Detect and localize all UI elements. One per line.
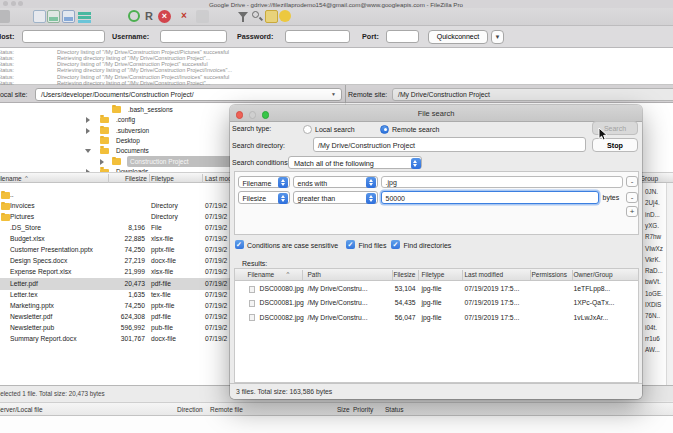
result-row[interactable]: DSC00080.jpg /My Drive/Constru... 53,104… bbox=[235, 282, 638, 296]
queue-col-server-local[interactable]: Server/Local file bbox=[0, 407, 43, 414]
username-input[interactable] bbox=[160, 30, 227, 43]
queue-col-status[interactable]: Status bbox=[385, 407, 403, 414]
dialog-status-bar: 3 files. Total size: 163,586 bytes bbox=[230, 383, 642, 399]
toggle-remote-tree-icon[interactable] bbox=[62, 10, 75, 23]
toolbar: R × × bbox=[0, 8, 673, 26]
minimize-traffic-light[interactable] bbox=[11, 1, 16, 6]
results-col-path[interactable]: Path bbox=[308, 272, 321, 279]
queue-list bbox=[0, 416, 673, 433]
condition-operator-combo[interactable]: ends with bbox=[293, 176, 378, 189]
remove-condition-button[interactable]: - bbox=[626, 176, 638, 187]
password-input[interactable] bbox=[285, 30, 350, 43]
search-conditions-label: Search conditions: bbox=[232, 159, 290, 166]
remote-site-label: Remote site: bbox=[348, 91, 387, 98]
refresh-icon[interactable] bbox=[128, 10, 140, 22]
result-row[interactable]: DSC00081.jpg /My Drive/Constru... 54,435… bbox=[235, 296, 638, 310]
results-col-filesize[interactable]: Filesize bbox=[376, 272, 416, 279]
results-col-filetype[interactable]: Filetype bbox=[422, 272, 445, 279]
filetype-column-header[interactable]: Filetype bbox=[151, 176, 174, 183]
message-log: Status: Directory listing of "/My Drive/… bbox=[0, 48, 673, 85]
remote-site-field[interactable]: /My Drive/Construction Project bbox=[392, 88, 673, 101]
remote-list-scrollbar[interactable] bbox=[666, 183, 673, 385]
match-mode-combo[interactable]: Match all of the following bbox=[288, 156, 422, 169]
results-sort-asc-icon: ^ bbox=[287, 271, 290, 277]
results-col-permissions[interactable]: Permissions bbox=[532, 272, 567, 279]
case-sensitive-checkbox[interactable]: ✓ bbox=[235, 240, 244, 249]
window-title: Google Drive - gdrive://filezillaprodemo… bbox=[209, 2, 463, 8]
site-manager-icon[interactable] bbox=[0, 10, 10, 23]
local-search-label[interactable]: Local search bbox=[315, 126, 355, 133]
condition-value-input[interactable]: .jpg bbox=[381, 176, 623, 189]
zoom-traffic-light[interactable] bbox=[18, 1, 23, 6]
file-icon bbox=[249, 314, 255, 321]
site-bars: Local site: /Users/developer/Documents/C… bbox=[0, 85, 673, 103]
local-search-radio[interactable] bbox=[303, 125, 312, 134]
quickconnect-bar: Host: Username: Password: Port: Quickcon… bbox=[0, 26, 673, 48]
remote-owner-cell: VkrK. bbox=[645, 257, 660, 263]
filter-icon[interactable] bbox=[237, 10, 250, 23]
port-input[interactable] bbox=[386, 30, 419, 43]
find-directories-checkbox[interactable]: ✓ bbox=[391, 240, 400, 249]
remote-owner-cell: i04t. bbox=[645, 325, 657, 331]
search-directory-value: /My Drive/Construction Project bbox=[318, 142, 415, 149]
process-queue-icon[interactable]: R bbox=[145, 11, 153, 22]
condition-field-combo[interactable]: Filesize bbox=[238, 191, 290, 204]
remote-site-path: /My Drive/Construction Project bbox=[398, 92, 490, 99]
local-site-combo[interactable]: /Users/developer/Documents/Construction … bbox=[35, 88, 342, 101]
toggle-queue-icon[interactable] bbox=[78, 10, 91, 23]
queue-col-priority[interactable]: Priority bbox=[353, 407, 373, 414]
results-col-filename[interactable]: Filename bbox=[248, 272, 275, 279]
remote-search-label[interactable]: Remote search bbox=[392, 126, 439, 133]
condition-field-combo[interactable]: Filename bbox=[238, 176, 290, 189]
local-site-dropdown-arrow[interactable]: ▼ bbox=[331, 92, 336, 97]
match-mode-value: Match all of the following bbox=[294, 160, 374, 167]
host-input[interactable] bbox=[22, 30, 105, 43]
dialog-zoom-button[interactable] bbox=[262, 111, 270, 119]
filezilla-window: Google Drive - gdrive://filezillaprodemo… bbox=[0, 0, 673, 433]
filename-column-header[interactable]: Filename bbox=[0, 176, 22, 183]
filesize-column-header[interactable]: Filesize bbox=[110, 176, 147, 183]
dialog-title: File search bbox=[418, 110, 455, 118]
compare-icon[interactable] bbox=[265, 10, 278, 23]
sort-asc-icon: ^ bbox=[25, 175, 28, 181]
sync-browsing-icon[interactable] bbox=[279, 10, 291, 22]
find-files-checkbox[interactable]: ✓ bbox=[346, 240, 355, 249]
dialog-titlebar: File search bbox=[230, 105, 642, 122]
queue-col-direction[interactable]: Direction bbox=[177, 407, 203, 414]
quickconnect-dropdown-button[interactable]: ▼ bbox=[491, 30, 504, 44]
dialog-minimize-button[interactable] bbox=[249, 111, 257, 119]
search-icon[interactable] bbox=[251, 10, 264, 23]
queue-col-size[interactable]: Size bbox=[337, 407, 350, 414]
add-condition-button[interactable]: + bbox=[626, 206, 638, 217]
pane-splitter[interactable] bbox=[345, 85, 346, 103]
close-traffic-light[interactable] bbox=[3, 1, 8, 6]
search-directory-input[interactable]: /My Drive/Construction Project bbox=[313, 137, 586, 152]
remote-search-radio[interactable] bbox=[380, 125, 389, 134]
remote-owner-cell: VIwXz bbox=[645, 246, 663, 252]
host-label: Host: bbox=[0, 33, 14, 40]
results-col-last-modified[interactable]: Last modified bbox=[465, 272, 504, 279]
cancel-icon[interactable]: × bbox=[158, 10, 171, 23]
toggle-local-tree-icon[interactable] bbox=[47, 10, 60, 23]
reconnect-icon[interactable] bbox=[196, 10, 209, 23]
quickconnect-button[interactable]: Quickconnect bbox=[428, 30, 488, 44]
remote-owner-cell: IXDiS bbox=[645, 302, 661, 308]
search-directory-label: Search directory: bbox=[232, 142, 285, 149]
toggle-log-icon[interactable] bbox=[33, 10, 46, 23]
dialog-close-button[interactable] bbox=[236, 111, 244, 119]
find-directories-label[interactable]: Find directories bbox=[404, 242, 452, 249]
condition-operator-combo[interactable]: greater than bbox=[293, 191, 378, 204]
remove-condition-button[interactable]: - bbox=[626, 192, 638, 203]
disconnect-icon[interactable]: × bbox=[181, 11, 187, 21]
remote-owner-cell: AW... bbox=[645, 347, 660, 353]
port-label: Port: bbox=[362, 33, 379, 40]
find-files-label[interactable]: Find files bbox=[359, 242, 387, 249]
remote-owner-cell: 2Uj4. bbox=[645, 200, 660, 206]
queue-col-remote-file[interactable]: Remote file bbox=[210, 407, 243, 414]
results-col-owner-group[interactable]: Owner/Group bbox=[574, 272, 613, 279]
results-header: Filename ^ Path Filesize Filetype Last m… bbox=[235, 269, 638, 281]
case-sensitive-label[interactable]: Conditions are case sensitive bbox=[247, 242, 338, 249]
local-site-path: /Users/developer/Documents/Construction … bbox=[41, 92, 194, 99]
result-row[interactable]: DSC00082.jpg /My Drive/Constru... 56,047… bbox=[235, 311, 638, 325]
condition-value-input-focused[interactable]: 50000 bbox=[381, 191, 599, 205]
